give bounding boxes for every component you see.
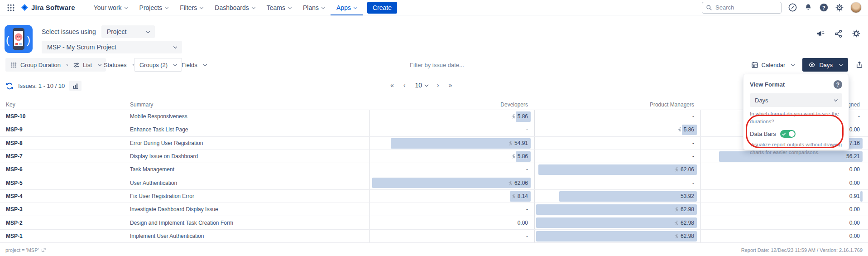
- duration-value: -: [692, 180, 694, 186]
- last-page-button[interactable]: »: [449, 82, 453, 89]
- app-switcher-icon[interactable]: [6, 3, 15, 12]
- view-format-select[interactable]: Days: [750, 93, 842, 107]
- issue-key-link[interactable]: MSP-1: [0, 230, 130, 242]
- groups-button[interactable]: Groups (2): [134, 58, 182, 72]
- duration-value: -: [526, 166, 528, 173]
- issue-date-filter-input[interactable]: [410, 58, 509, 72]
- global-search[interactable]: [702, 2, 782, 14]
- report-footer: project = 'MSP' Report Date: 12/Dec/23 1…: [5, 245, 863, 255]
- issue-key-link[interactable]: MSP-2: [0, 216, 130, 229]
- report-settings-icon[interactable]: [852, 29, 861, 38]
- fields-label: Fields: [182, 62, 197, 68]
- issue-key-link[interactable]: MSP-9: [0, 123, 130, 136]
- nav-item-projects[interactable]: Projects: [134, 0, 174, 15]
- help-icon[interactable]: ?: [819, 3, 829, 12]
- issue-key-link[interactable]: MSP-5: [0, 176, 130, 189]
- discover-icon[interactable]: [788, 3, 797, 12]
- calendar-label: Calendar: [762, 62, 786, 68]
- calendar-button[interactable]: Calendar: [750, 58, 796, 72]
- view-format-button[interactable]: Days: [802, 58, 848, 72]
- issue-key-link[interactable]: MSP-7: [0, 150, 130, 163]
- notifications-icon[interactable]: [804, 3, 813, 12]
- refresh-icon[interactable]: [5, 82, 14, 90]
- duration-cell-product-managers: 62.06: [534, 163, 700, 176]
- duration-cell-developers: 5.86: [369, 150, 534, 163]
- panel-help-icon[interactable]: ?: [834, 80, 842, 89]
- duration-cell-unassigned: 0.00: [700, 176, 868, 189]
- panel-title: View Format: [750, 81, 785, 88]
- app-window: Jira Software Your workProjectsFiltersDa…: [0, 0, 868, 256]
- create-button[interactable]: Create: [367, 2, 397, 14]
- page-size-select[interactable]: 10: [415, 82, 428, 89]
- nav-item-dashboards[interactable]: Dashboards: [209, 0, 261, 15]
- export-icon[interactable]: [855, 61, 863, 69]
- user-avatar[interactable]: [850, 2, 862, 13]
- chart-view-button[interactable]: [69, 81, 82, 91]
- issue-key-link[interactable]: MSP-3: [0, 203, 130, 216]
- duration-value: 62.98: [674, 206, 694, 213]
- table-row-msp-1: MSP-1Implement User Authentication-62.98…: [0, 230, 868, 243]
- group-duration-button[interactable]: Group Duration: [5, 58, 75, 72]
- nav-item-apps[interactable]: Apps: [331, 0, 363, 15]
- prev-page-button[interactable]: ‹: [403, 82, 406, 89]
- view-format-select-value: Days: [755, 97, 768, 104]
- column-header-key: Key: [0, 99, 130, 110]
- nav-item-teams[interactable]: Teams: [261, 0, 297, 15]
- logo-text: Jira Software: [31, 4, 75, 11]
- page-size-value: 10: [415, 82, 422, 89]
- search-input[interactable]: [715, 4, 770, 11]
- issue-key-link[interactable]: MSP-4: [0, 190, 130, 203]
- duration-cell-product-managers: 62.98: [534, 230, 700, 242]
- chevron-down-icon: [173, 45, 177, 48]
- settings-icon[interactable]: [835, 3, 844, 12]
- sprint-runner-icon: [674, 207, 679, 212]
- duration-value: 62.98: [674, 220, 694, 226]
- view-format-button-label: Days: [819, 62, 833, 68]
- check-icon: [782, 132, 786, 136]
- duration-data-bar: [559, 191, 697, 202]
- duration-cell-developers: -: [369, 203, 534, 216]
- sprint-runner-icon: [511, 154, 516, 159]
- duration-value: 53.92: [681, 193, 694, 199]
- svg-text:(: (: [6, 34, 10, 46]
- issue-source-select[interactable]: Project: [101, 25, 155, 38]
- table-row-msp-3: MSP-3Investigate Dashboard Display Issue…: [0, 203, 868, 216]
- duration-value: -: [526, 126, 528, 133]
- issue-summary: Display Issue on Dashboard: [130, 150, 369, 163]
- table-row-msp-2: MSP-2Design and Implement Task Creation …: [0, 216, 868, 229]
- next-page-button[interactable]: ›: [437, 82, 440, 89]
- duration-value: 54.91: [508, 140, 528, 146]
- duration-cell-product-managers: -: [534, 137, 700, 150]
- data-bars-help-text: Visualize report outputs without drawing…: [750, 141, 842, 156]
- sprint-runner-icon: [674, 233, 679, 239]
- first-page-button[interactable]: «: [390, 82, 394, 89]
- issue-key-link[interactable]: MSP-10: [0, 110, 130, 123]
- duration-cell-developers: 5.86: [369, 110, 534, 123]
- duration-data-bar: [860, 191, 863, 202]
- issue-key-link[interactable]: MSP-6: [0, 163, 130, 176]
- duration-cell-product-managers: 53.92: [534, 190, 700, 203]
- duration-value: 0.00: [849, 166, 860, 173]
- view-format-help-text: In which format do you want to see the d…: [750, 110, 842, 125]
- issue-summary: Fix User Registration Error: [130, 190, 369, 203]
- group-duration-label: Group Duration: [20, 62, 61, 68]
- nav-item-filters[interactable]: Filters: [174, 0, 209, 15]
- report-header: ( ) Select issues using Project MSP - My: [0, 15, 868, 57]
- nav-item-plans[interactable]: Plans: [297, 0, 331, 15]
- data-bars-toggle[interactable]: [780, 130, 796, 138]
- duration-cell-product-managers: -: [534, 150, 700, 163]
- fields-button[interactable]: Fields: [177, 58, 211, 72]
- jira-logo[interactable]: Jira Software: [21, 4, 75, 11]
- external-link-icon[interactable]: [41, 247, 46, 253]
- issues-bar: Issues: 1 - 10 / 10 « ‹ 10 › »: [0, 81, 868, 93]
- chevron-down-icon: [146, 29, 150, 33]
- project-select[interactable]: MSP - My Scrum Project: [42, 41, 182, 53]
- issue-key-link[interactable]: MSP-8: [0, 137, 130, 150]
- duration-cell-developers: 8.14: [369, 190, 534, 203]
- table-row-msp-8: MSP-8Error During User Registration54.91…: [0, 137, 868, 150]
- duration-value: -: [692, 140, 694, 146]
- share-icon[interactable]: [834, 29, 843, 38]
- nav-item-your-work[interactable]: Your work: [88, 0, 134, 15]
- duration-cell-developers: -: [369, 163, 534, 176]
- announcement-icon[interactable]: [816, 29, 825, 38]
